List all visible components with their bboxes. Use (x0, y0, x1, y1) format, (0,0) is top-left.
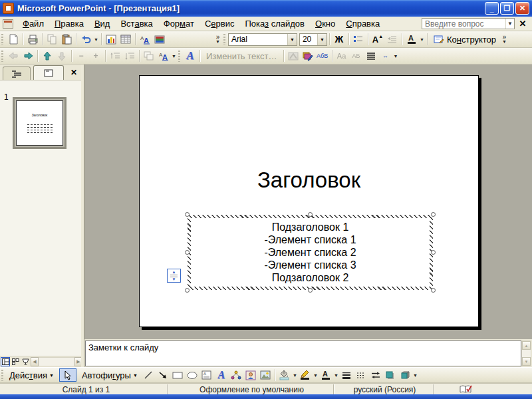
resize-handle-nw[interactable] (185, 212, 190, 217)
line-color-dropdown[interactable]: ▼ (313, 368, 319, 382)
increase-font-button[interactable]: А ▲ (370, 33, 385, 47)
font-size-combo[interactable]: 20 ▼ (299, 33, 327, 46)
new-document-button[interactable] (6, 33, 21, 47)
char-spacing-dropdown[interactable]: ▼ (393, 49, 399, 63)
draw-oval-button[interactable] (185, 368, 200, 382)
wordart-char-spacing-button[interactable]: ↔ (378, 49, 393, 63)
wordart-same-height-button[interactable]: Аа (334, 49, 349, 63)
autoshapes-menu[interactable]: Автофигуры▼ (78, 368, 141, 382)
presentation-icon[interactable] (3, 19, 13, 29)
edit-wordart-text-button[interactable]: Изменить текст… (202, 51, 281, 61)
draw-arrow-button[interactable] (156, 368, 170, 382)
notes-scrollbar[interactable]: ▲ ▼ (521, 340, 531, 366)
ask-question-input[interactable] (422, 19, 505, 29)
slide-body-textbox[interactable]: Подзаголовок 1 -Элемент списка 1 -Элемен… (188, 215, 433, 290)
wordart-alignment-button[interactable] (364, 49, 378, 63)
chevron-down-icon[interactable]: ▼ (505, 19, 514, 29)
menu-format[interactable]: Формат (158, 17, 200, 30)
body-line[interactable]: Подзаголовок 2 (191, 271, 430, 284)
fill-color-dropdown[interactable]: ▼ (292, 368, 298, 382)
shadow-style-button[interactable] (383, 368, 398, 382)
expand-all-button[interactable] (122, 49, 137, 63)
3d-style-button[interactable] (398, 368, 412, 382)
select-objects-button[interactable] (59, 368, 76, 382)
autofit-options-button[interactable]: ▲▼ (167, 269, 181, 283)
menu-file[interactable]: Файл (17, 17, 49, 30)
insert-wordart-button[interactable]: A (183, 49, 198, 63)
body-line[interactable]: Подзаголовок 1 (191, 221, 430, 233)
summary-slide-button[interactable] (142, 49, 156, 63)
print-button[interactable] (25, 33, 40, 47)
spellcheck-status-icon[interactable] (459, 384, 473, 394)
expand-button[interactable]: + (88, 49, 103, 63)
collapse-all-button[interactable] (108, 49, 122, 63)
undo-dropdown[interactable]: ▼ (93, 33, 99, 47)
decrease-indent-button[interactable] (385, 33, 400, 47)
insert-chart-button[interactable] (104, 33, 118, 47)
show-formatting-dropdown[interactable]: ▼ (171, 49, 177, 63)
3d-style-dropdown[interactable]: ▼ (412, 368, 418, 382)
menu-edit[interactable]: Правка (49, 17, 89, 30)
resize-handle-w[interactable] (185, 250, 190, 255)
insert-clipart-button[interactable] (243, 368, 258, 382)
font-name-combo[interactable]: Arial ▼ (228, 33, 297, 46)
color-scheme-button[interactable] (152, 33, 167, 47)
toolbar-grip[interactable] (1, 51, 3, 62)
menu-tools[interactable]: Сервис (200, 17, 240, 30)
arrow-style-button[interactable] (368, 368, 383, 382)
body-line[interactable]: -Элемент списка 1 (191, 233, 430, 246)
toolbar-options-chevron[interactable]: »▼ (500, 35, 509, 44)
draw-actions-menu[interactable]: Действия▼ (6, 368, 57, 382)
resize-handle-se[interactable] (431, 288, 436, 293)
font-color-button[interactable]: А (404, 33, 419, 47)
draw-font-color-dropdown[interactable]: ▼ (333, 368, 339, 382)
notes-textbox[interactable]: Заметки к слайду (85, 340, 521, 366)
bold-button[interactable]: Ж (332, 33, 346, 47)
resize-handle-n[interactable] (308, 212, 313, 217)
menu-window[interactable]: Окно (310, 17, 340, 30)
demote-button[interactable] (21, 49, 35, 63)
bullets-button[interactable] (351, 33, 366, 47)
body-line[interactable]: -Элемент списка 3 (191, 259, 430, 271)
toolbar-grip[interactable] (178, 51, 180, 62)
paste-button[interactable] (59, 33, 74, 47)
resize-handle-e[interactable] (431, 250, 436, 255)
slide-canvas[interactable]: Заголовок Подзаголовок 1 -Элемент списка… (139, 75, 479, 327)
slideshow-view-button[interactable] (21, 357, 30, 366)
insert-diagram-button[interactable] (229, 368, 243, 382)
move-down-button[interactable] (55, 49, 69, 63)
close-presentation-icon[interactable]: ✕ (517, 19, 528, 29)
line-style-button[interactable] (339, 368, 354, 382)
line-color-button[interactable] (298, 368, 313, 382)
menu-help[interactable]: Справка (340, 17, 385, 30)
undo-button[interactable] (78, 33, 93, 47)
toolbar-grip[interactable] (1, 370, 3, 381)
menu-insert[interactable]: Вставка (115, 17, 158, 30)
text-box-button[interactable]: А (200, 368, 214, 382)
fill-color-button[interactable] (277, 368, 292, 382)
promote-button[interactable] (6, 49, 21, 63)
slide-title-text[interactable]: Заголовок (140, 168, 478, 193)
font-dialog-button[interactable]: AA (138, 33, 152, 47)
font-color-dropdown[interactable]: ▼ (419, 33, 425, 47)
wordart-button[interactable]: A (214, 368, 229, 382)
horizontal-scrollbar[interactable]: ◀ ▶ (31, 357, 82, 366)
draw-line-button[interactable] (141, 368, 156, 382)
toolbar-grip[interactable] (223, 34, 225, 45)
close-panel-icon[interactable]: ✕ (70, 68, 77, 77)
normal-view-button[interactable] (1, 357, 10, 366)
format-wordart-button[interactable] (301, 49, 315, 63)
body-line[interactable]: -Элемент списка 2 (191, 246, 430, 259)
menu-slideshow[interactable]: Показ слайдов (239, 17, 310, 30)
wordart-shape-button[interactable]: АбВ (315, 49, 330, 63)
slide-thumbnail[interactable]: Заголовок (13, 97, 66, 149)
resize-handle-sw[interactable] (185, 288, 190, 293)
copy-button[interactable] (45, 33, 59, 47)
minimize-button[interactable]: _ (485, 2, 499, 15)
draw-font-color-button[interactable]: А (319, 368, 333, 382)
tab-slides[interactable] (33, 65, 64, 80)
draw-rectangle-button[interactable] (170, 368, 185, 382)
menu-view[interactable]: Вид (89, 17, 116, 30)
wordart-gallery-button[interactable] (286, 49, 301, 63)
tab-outline[interactable] (3, 66, 31, 80)
